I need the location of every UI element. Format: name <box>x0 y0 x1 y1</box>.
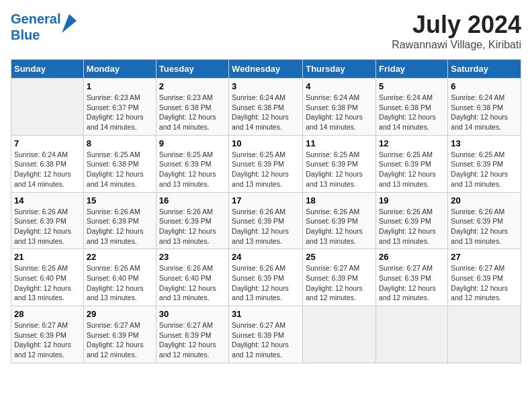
calendar-cell <box>448 306 521 363</box>
daylight-text: Daylight: 12 hours and 14 minutes. <box>87 112 153 132</box>
header-cell-monday: Monday <box>83 60 156 79</box>
sunrise-text: Sunrise: 6:26 AM <box>451 207 518 217</box>
sunrise-text: Sunrise: 6:24 AM <box>451 93 518 103</box>
day-number: 24 <box>232 252 300 262</box>
day-info: Sunrise: 6:25 AMSunset: 6:38 PMDaylight:… <box>87 150 153 189</box>
day-number: 2 <box>159 81 226 91</box>
sunset-text: Sunset: 6:39 PM <box>306 159 373 169</box>
day-info: Sunrise: 6:27 AMSunset: 6:39 PMDaylight:… <box>14 320 81 360</box>
sunset-text: Sunset: 6:39 PM <box>379 159 445 169</box>
calendar-cell: 26Sunrise: 6:27 AMSunset: 6:39 PMDayligh… <box>376 249 448 306</box>
sunrise-text: Sunrise: 6:26 AM <box>159 207 226 217</box>
location-subtitle: Rawannawi Village, Kiribati <box>392 39 521 51</box>
sunrise-text: Sunrise: 6:26 AM <box>232 263 300 273</box>
sunrise-text: Sunrise: 6:27 AM <box>306 263 373 273</box>
daylight-text: Daylight: 12 hours and 14 minutes. <box>379 112 445 132</box>
day-info: Sunrise: 6:26 AMSunset: 6:39 PMDaylight:… <box>306 207 373 246</box>
day-info: Sunrise: 6:25 AMSunset: 6:39 PMDaylight:… <box>379 150 445 189</box>
day-number: 31 <box>232 309 300 319</box>
logo-text-block: GeneralBlue <box>11 11 77 43</box>
sunrise-text: Sunrise: 6:25 AM <box>379 150 445 160</box>
sunrise-text: Sunrise: 6:25 AM <box>159 150 226 160</box>
daylight-text: Daylight: 12 hours and 13 minutes. <box>232 169 300 189</box>
day-number: 7 <box>14 138 81 148</box>
sunset-text: Sunset: 6:39 PM <box>232 273 300 283</box>
calendar-body: 1Sunrise: 6:23 AMSunset: 6:37 PMDaylight… <box>11 79 521 363</box>
week-row-4: 21Sunrise: 6:26 AMSunset: 6:40 PMDayligh… <box>11 249 521 306</box>
sunset-text: Sunset: 6:39 PM <box>451 216 518 226</box>
logo-name: GeneralBlue <box>11 11 60 43</box>
sunset-text: Sunset: 6:39 PM <box>379 216 445 226</box>
day-info: Sunrise: 6:26 AMSunset: 6:39 PMDaylight:… <box>379 207 445 246</box>
sunset-text: Sunset: 6:39 PM <box>306 273 373 283</box>
calendar-cell: 31Sunrise: 6:27 AMSunset: 6:39 PMDayligh… <box>229 306 303 363</box>
day-number: 8 <box>87 138 153 148</box>
sunset-text: Sunset: 6:39 PM <box>451 159 518 169</box>
daylight-text: Daylight: 12 hours and 13 minutes. <box>159 283 226 303</box>
title-block: July 2024 Rawannawi Village, Kiribati <box>392 11 521 51</box>
sunset-text: Sunset: 6:40 PM <box>87 273 153 283</box>
logo-icon <box>62 14 77 33</box>
week-row-1: 1Sunrise: 6:23 AMSunset: 6:37 PMDaylight… <box>11 79 521 136</box>
day-number: 29 <box>87 309 153 319</box>
daylight-text: Daylight: 12 hours and 13 minutes. <box>14 283 81 303</box>
calendar-cell: 17Sunrise: 6:26 AMSunset: 6:39 PMDayligh… <box>229 192 303 249</box>
calendar-cell: 14Sunrise: 6:26 AMSunset: 6:39 PMDayligh… <box>11 192 84 249</box>
calendar-cell: 8Sunrise: 6:25 AMSunset: 6:38 PMDaylight… <box>83 135 156 192</box>
calendar-cell: 4Sunrise: 6:24 AMSunset: 6:38 PMDaylight… <box>303 79 376 136</box>
daylight-text: Daylight: 12 hours and 12 minutes. <box>14 340 81 359</box>
daylight-text: Daylight: 12 hours and 13 minutes. <box>159 169 226 189</box>
calendar-cell: 5Sunrise: 6:24 AMSunset: 6:38 PMDaylight… <box>376 79 448 136</box>
sunset-text: Sunset: 6:38 PM <box>159 103 226 113</box>
daylight-text: Daylight: 12 hours and 13 minutes. <box>451 226 518 246</box>
calendar-cell: 25Sunrise: 6:27 AMSunset: 6:39 PMDayligh… <box>303 249 376 306</box>
daylight-text: Daylight: 12 hours and 13 minutes. <box>14 226 81 246</box>
sunrise-text: Sunrise: 6:25 AM <box>232 150 300 160</box>
day-info: Sunrise: 6:25 AMSunset: 6:39 PMDaylight:… <box>306 150 373 189</box>
sunrise-text: Sunrise: 6:27 AM <box>87 320 153 330</box>
day-number: 1 <box>87 81 153 91</box>
logo: GeneralBlue <box>11 11 77 43</box>
sunrise-text: Sunrise: 6:25 AM <box>451 150 518 160</box>
day-info: Sunrise: 6:24 AMSunset: 6:38 PMDaylight:… <box>232 93 300 132</box>
day-number: 9 <box>159 138 226 148</box>
sunrise-text: Sunrise: 6:27 AM <box>232 320 300 330</box>
day-number: 18 <box>306 195 373 205</box>
sunset-text: Sunset: 6:39 PM <box>159 159 226 169</box>
calendar-cell: 24Sunrise: 6:26 AMSunset: 6:39 PMDayligh… <box>229 249 303 306</box>
daylight-text: Daylight: 12 hours and 12 minutes. <box>306 283 373 303</box>
calendar-header: SundayMondayTuesdayWednesdayThursdayFrid… <box>11 60 521 79</box>
sunset-text: Sunset: 6:39 PM <box>232 330 300 340</box>
daylight-text: Daylight: 12 hours and 12 minutes. <box>451 283 518 303</box>
calendar-cell: 30Sunrise: 6:27 AMSunset: 6:39 PMDayligh… <box>156 306 228 363</box>
week-row-2: 7Sunrise: 6:24 AMSunset: 6:38 PMDaylight… <box>11 135 521 192</box>
day-number: 15 <box>87 195 153 205</box>
daylight-text: Daylight: 12 hours and 12 minutes. <box>379 283 445 303</box>
calendar-cell: 6Sunrise: 6:24 AMSunset: 6:38 PMDaylight… <box>448 79 521 136</box>
calendar-cell <box>376 306 448 363</box>
daylight-text: Daylight: 12 hours and 13 minutes. <box>379 169 445 189</box>
sunset-text: Sunset: 6:38 PM <box>87 159 153 169</box>
day-number: 26 <box>379 252 445 262</box>
sunset-text: Sunset: 6:39 PM <box>232 159 300 169</box>
header-cell-friday: Friday <box>376 60 448 79</box>
header-cell-tuesday: Tuesday <box>156 60 228 79</box>
day-info: Sunrise: 6:25 AMSunset: 6:39 PMDaylight:… <box>232 150 300 189</box>
header-cell-wednesday: Wednesday <box>229 60 303 79</box>
day-info: Sunrise: 6:27 AMSunset: 6:39 PMDaylight:… <box>379 263 445 303</box>
calendar-cell: 7Sunrise: 6:24 AMSunset: 6:38 PMDaylight… <box>11 135 84 192</box>
day-info: Sunrise: 6:26 AMSunset: 6:39 PMDaylight:… <box>232 263 300 303</box>
header-cell-saturday: Saturday <box>448 60 521 79</box>
calendar-cell: 11Sunrise: 6:25 AMSunset: 6:39 PMDayligh… <box>303 135 376 192</box>
day-number: 4 <box>306 81 373 91</box>
sunset-text: Sunset: 6:39 PM <box>232 216 300 226</box>
sunset-text: Sunset: 6:38 PM <box>379 103 445 113</box>
day-number: 30 <box>159 309 226 319</box>
sunset-text: Sunset: 6:37 PM <box>87 103 153 113</box>
sunset-text: Sunset: 6:40 PM <box>159 273 226 283</box>
day-info: Sunrise: 6:26 AMSunset: 6:39 PMDaylight:… <box>87 207 153 246</box>
day-number: 16 <box>159 195 226 205</box>
sunset-text: Sunset: 6:40 PM <box>14 273 81 283</box>
sunset-text: Sunset: 6:38 PM <box>306 103 373 113</box>
header-cell-sunday: Sunday <box>11 60 84 79</box>
